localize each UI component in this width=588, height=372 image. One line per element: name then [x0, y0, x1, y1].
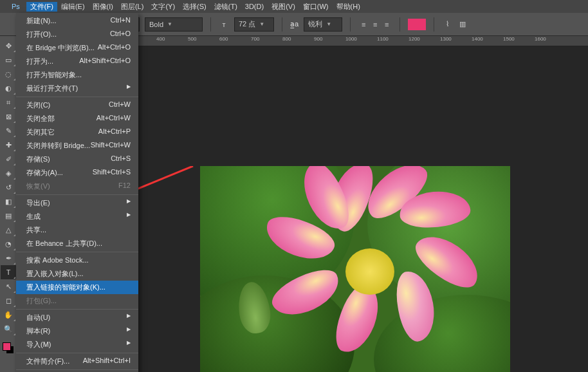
menu-help[interactable]: 帮助(H): [333, 2, 364, 12]
tool-hand[interactable]: ✋: [1, 308, 16, 322]
file-menu-item[interactable]: 关闭全部Alt+Ctrl+W: [16, 112, 138, 126]
tool-type[interactable]: T: [1, 265, 16, 279]
file-menu-item[interactable]: 关闭(C)Ctrl+W: [16, 98, 138, 112]
menu-label: 关闭并转到 Bridge...: [26, 141, 90, 151]
menu-shortcut: Alt+Ctrl+P: [98, 127, 131, 137]
anti-alias-dropdown[interactable]: 锐利 ▼: [304, 17, 342, 32]
menu-file[interactable]: 文件(F): [26, 2, 57, 12]
chevron-down-icon: ▼: [167, 21, 172, 27]
menu-image[interactable]: 图像(I): [89, 2, 117, 12]
file-menu-item[interactable]: 搜索 Adobe Stock...: [16, 254, 138, 267]
menu-label: 存储为(A)...: [26, 168, 63, 178]
file-menu-item[interactable]: 关闭并转到 Bridge...Shift+Ctrl+W: [16, 139, 138, 153]
menu-edit[interactable]: 编辑(E): [57, 2, 89, 12]
file-menu-item[interactable]: 打开为...Alt+Shift+Ctrl+O: [16, 55, 138, 68]
tool-history-brush[interactable]: ↺: [1, 180, 16, 194]
menu-label: 关闭全部: [26, 114, 55, 124]
file-menu-item[interactable]: 关闭其它Alt+Ctrl+P: [16, 126, 138, 139]
menu-3d[interactable]: 3D(D): [241, 3, 268, 10]
tool-frame[interactable]: ⊠: [1, 109, 16, 124]
file-menu-item[interactable]: 最近打开文件(T)▶: [16, 82, 138, 95]
tool-blur[interactable]: △: [1, 223, 16, 237]
tool-shape[interactable]: ◻: [1, 293, 16, 308]
color-swatches[interactable]: [1, 341, 15, 355]
menu-separator: [16, 309, 138, 310]
tool-dodge[interactable]: ◔: [1, 237, 16, 251]
file-menu-item[interactable]: 新建(N)...Ctrl+N: [16, 14, 138, 28]
menu-filter[interactable]: 滤镜(T): [210, 2, 241, 12]
align-right-button[interactable]: ≡: [381, 19, 392, 30]
file-menu-item[interactable]: 导出(E)▶: [16, 196, 138, 210]
file-menu-item[interactable]: 脚本(R)▶: [16, 324, 138, 338]
file-menu-item[interactable]: 在 Behance 上共享(D)...: [16, 237, 138, 250]
warp-text-button[interactable]: ⌇: [442, 19, 452, 30]
text-color-swatch[interactable]: [408, 19, 426, 30]
dodge-icon: ◔: [5, 240, 12, 248]
file-menu-item[interactable]: 打开为智能对象...: [16, 68, 138, 82]
tool-crop[interactable]: ⌗: [1, 95, 16, 109]
tool-move[interactable]: ✥: [1, 39, 16, 53]
file-menu-item[interactable]: 存储为(A)...Shift+Ctrl+S: [16, 166, 138, 180]
file-menu-item[interactable]: 导入(M)▶: [16, 338, 138, 351]
tool-quick-select[interactable]: ◐: [1, 81, 16, 95]
tool-lasso[interactable]: ◌: [1, 67, 16, 81]
tool-brush[interactable]: ✐: [1, 152, 16, 166]
font-style-value: Bold: [149, 21, 163, 28]
file-menu-item[interactable]: 自动(U)▶: [16, 311, 138, 324]
ruler-tick: 1500: [503, 36, 515, 42]
menu-window[interactable]: 窗口(W): [299, 2, 333, 12]
menu-layer[interactable]: 图层(L): [117, 2, 147, 12]
menu-type[interactable]: 文字(Y): [147, 2, 179, 12]
tool-clone[interactable]: ◈: [1, 166, 16, 180]
file-menu-item[interactable]: 生成▶: [16, 210, 138, 223]
menu-label: 最近打开文件(T): [26, 84, 78, 93]
file-menu-item[interactable]: 文件简介(F)...Alt+Shift+Ctrl+I: [16, 355, 138, 368]
anti-alias-label: a̲a: [290, 20, 299, 28]
tool-eyedropper[interactable]: ✎: [1, 124, 16, 138]
menu-shortcut: Ctrl+S: [111, 154, 131, 164]
menubar: Ps 文件(F) 编辑(E) 图像(I) 图层(L) 文字(Y) 选择(S) 滤…: [0, 0, 588, 13]
tool-zoom[interactable]: 🔍: [1, 322, 16, 336]
font-size-icon: т: [219, 19, 229, 30]
marquee-icon: ▭: [5, 56, 12, 64]
character-panel-button[interactable]: ▥: [457, 19, 468, 30]
menu-label: 打开为智能对象...: [26, 70, 82, 80]
pen-icon: ✒: [6, 254, 12, 263]
menu-shortcut: Alt+Shift+Ctrl+I: [83, 357, 131, 366]
align-center-button[interactable]: ≡: [370, 19, 380, 30]
menu-separator: [16, 252, 138, 252]
file-menu-item[interactable]: 置入嵌入对象(L)...: [16, 267, 138, 281]
submenu-arrow-icon: ▶: [127, 84, 131, 93]
menu-label: 置入链接的智能对象(K)...: [26, 283, 106, 292]
menu-select[interactable]: 选择(S): [179, 2, 210, 12]
file-menu-item[interactable]: 置入链接的智能对象(K)...: [16, 281, 138, 294]
file-menu-item[interactable]: 存储(S)Ctrl+S: [16, 153, 138, 166]
ruler-tick: 1400: [472, 36, 483, 42]
font-size-dropdown[interactable]: 72 点 ▼: [234, 17, 274, 32]
chevron-down-icon: ▼: [259, 21, 264, 27]
app-home-icon[interactable]: Ps: [12, 3, 26, 10]
file-menu-item[interactable]: 恢复(V)F12: [16, 180, 138, 193]
menu-label: 存储(S): [26, 154, 50, 164]
file-menu-item[interactable]: 共享...: [16, 223, 138, 237]
font-style-dropdown[interactable]: Bold ▼: [145, 17, 203, 32]
font-size-value: 72 点: [239, 19, 255, 29]
menu-shortcut: Ctrl+W: [109, 100, 131, 110]
menu-label: 关闭(C): [26, 100, 50, 110]
menu-label: 文件简介(F)...: [26, 357, 69, 366]
tool-marquee[interactable]: ▭: [1, 53, 16, 67]
file-menu-item[interactable]: 打包(G)...: [16, 294, 138, 308]
align-left-button[interactable]: ≡: [358, 19, 369, 30]
tool-eraser[interactable]: ◧: [1, 194, 16, 209]
tool-healing[interactable]: ✚: [1, 138, 16, 152]
file-menu-item[interactable]: 打开(O)...Ctrl+O: [16, 28, 138, 41]
menu-view[interactable]: 视图(V): [268, 2, 299, 12]
tool-path-select[interactable]: ↖: [1, 279, 16, 293]
file-menu-item[interactable]: 在 Bridge 中浏览(B)...Alt+Ctrl+O: [16, 41, 138, 55]
menu-label: 恢复(V): [26, 181, 50, 191]
tool-pen[interactable]: ✒: [1, 251, 16, 265]
menu-label: 打开(O)...: [26, 30, 57, 39]
menu-shortcut: Ctrl+N: [111, 16, 131, 26]
tool-gradient[interactable]: ▤: [1, 209, 16, 223]
path-select-icon: ↖: [6, 283, 12, 291]
